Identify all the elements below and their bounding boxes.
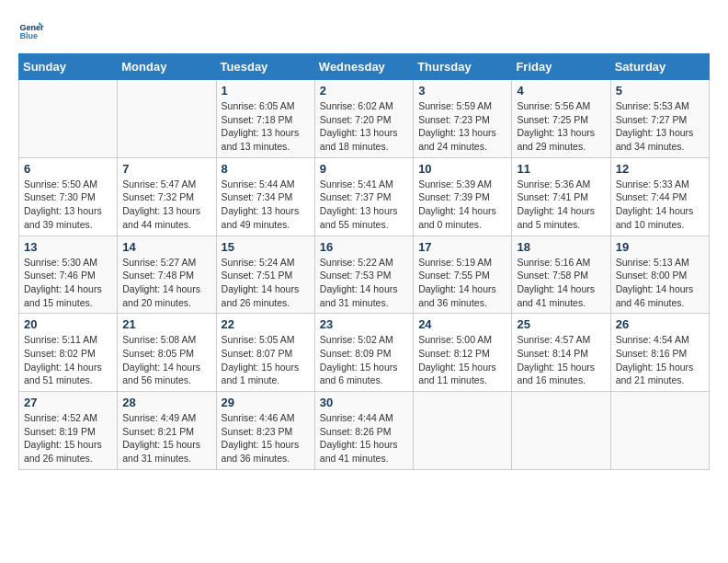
day-number: 21 <box>122 317 210 331</box>
day-number: 18 <box>517 240 605 254</box>
calendar-week-3: 13Sunrise: 5:30 AMSunset: 7:46 PMDayligh… <box>19 236 710 314</box>
day-info: Sunrise: 4:52 AMSunset: 8:19 PMDaylight:… <box>24 411 112 465</box>
day-number: 19 <box>616 240 704 254</box>
day-header-sunday: Sunday <box>19 54 118 80</box>
calendar-cell: 11Sunrise: 5:36 AMSunset: 7:41 PMDayligh… <box>512 157 610 236</box>
day-number: 23 <box>320 317 408 331</box>
day-number: 15 <box>222 240 310 254</box>
calendar-cell <box>19 80 118 158</box>
day-number: 1 <box>222 84 310 98</box>
calendar-cell <box>512 392 610 470</box>
calendar-cell: 2Sunrise: 6:02 AMSunset: 7:20 PMDaylight… <box>314 80 413 158</box>
day-info: Sunrise: 4:49 AMSunset: 8:21 PMDaylight:… <box>122 411 210 465</box>
calendar-cell: 30Sunrise: 4:44 AMSunset: 8:26 PMDayligh… <box>314 392 413 470</box>
calendar-cell: 4Sunrise: 5:56 AMSunset: 7:25 PMDaylight… <box>512 80 610 158</box>
day-number: 28 <box>122 396 210 409</box>
day-info: Sunrise: 5:30 AMSunset: 7:46 PMDaylight:… <box>24 256 112 310</box>
day-number: 12 <box>616 162 704 176</box>
day-info: Sunrise: 5:33 AMSunset: 7:44 PMDaylight:… <box>616 178 704 232</box>
calendar-cell: 15Sunrise: 5:24 AMSunset: 7:51 PMDayligh… <box>216 236 314 314</box>
day-number: 3 <box>418 84 506 98</box>
day-number: 17 <box>418 240 506 254</box>
day-number: 16 <box>320 240 408 254</box>
calendar-cell <box>118 80 216 158</box>
day-info: Sunrise: 5:11 AMSunset: 8:02 PMDaylight:… <box>24 333 112 387</box>
day-number: 29 <box>222 396 310 409</box>
calendar-cell: 3Sunrise: 5:59 AMSunset: 7:23 PMDaylight… <box>414 80 512 158</box>
day-number: 24 <box>418 317 506 331</box>
calendar-cell: 23Sunrise: 5:02 AMSunset: 8:09 PMDayligh… <box>314 314 413 392</box>
calendar-cell: 6Sunrise: 5:50 AMSunset: 7:30 PMDaylight… <box>19 157 118 236</box>
calendar-cell: 9Sunrise: 5:41 AMSunset: 7:37 PMDaylight… <box>314 157 413 236</box>
calendar-cell: 20Sunrise: 5:11 AMSunset: 8:02 PMDayligh… <box>19 314 118 392</box>
day-info: Sunrise: 5:41 AMSunset: 7:37 PMDaylight:… <box>320 178 408 232</box>
day-info: Sunrise: 5:16 AMSunset: 7:58 PMDaylight:… <box>517 256 605 310</box>
calendar-cell: 19Sunrise: 5:13 AMSunset: 8:00 PMDayligh… <box>610 236 709 314</box>
day-header-wednesday: Wednesday <box>314 54 413 80</box>
calendar-cell: 1Sunrise: 6:05 AMSunset: 7:18 PMDaylight… <box>216 80 314 158</box>
day-info: Sunrise: 5:08 AMSunset: 8:05 PMDaylight:… <box>122 333 210 387</box>
day-info: Sunrise: 5:00 AMSunset: 8:12 PMDaylight:… <box>418 333 506 387</box>
calendar-cell: 10Sunrise: 5:39 AMSunset: 7:39 PMDayligh… <box>414 157 512 236</box>
calendar-cell: 27Sunrise: 4:52 AMSunset: 8:19 PMDayligh… <box>19 392 118 470</box>
day-info: Sunrise: 5:36 AMSunset: 7:41 PMDaylight:… <box>517 178 605 232</box>
day-header-saturday: Saturday <box>610 54 709 80</box>
day-info: Sunrise: 5:44 AMSunset: 7:34 PMDaylight:… <box>222 178 310 232</box>
header: General Blue <box>18 18 710 44</box>
calendar-cell <box>610 392 709 470</box>
calendar-cell: 28Sunrise: 4:49 AMSunset: 8:21 PMDayligh… <box>118 392 216 470</box>
day-info: Sunrise: 6:05 AMSunset: 7:18 PMDaylight:… <box>222 99 310 154</box>
day-number: 30 <box>320 396 408 409</box>
calendar-cell <box>414 392 512 470</box>
calendar-cell: 13Sunrise: 5:30 AMSunset: 7:46 PMDayligh… <box>19 236 118 314</box>
day-number: 2 <box>320 84 408 98</box>
calendar-week-1: 1Sunrise: 6:05 AMSunset: 7:18 PMDaylight… <box>19 80 710 158</box>
day-info: Sunrise: 6:02 AMSunset: 7:20 PMDaylight:… <box>320 99 408 154</box>
calendar-cell: 12Sunrise: 5:33 AMSunset: 7:44 PMDayligh… <box>610 157 709 236</box>
calendar-cell: 8Sunrise: 5:44 AMSunset: 7:34 PMDaylight… <box>216 157 314 236</box>
day-info: Sunrise: 5:27 AMSunset: 7:48 PMDaylight:… <box>122 256 210 310</box>
day-number: 13 <box>24 240 112 254</box>
calendar-cell: 16Sunrise: 5:22 AMSunset: 7:53 PMDayligh… <box>314 236 413 314</box>
day-info: Sunrise: 4:57 AMSunset: 8:14 PMDaylight:… <box>517 333 605 387</box>
day-number: 4 <box>517 84 605 98</box>
day-info: Sunrise: 5:13 AMSunset: 8:00 PMDaylight:… <box>616 256 704 310</box>
calendar-cell: 21Sunrise: 5:08 AMSunset: 8:05 PMDayligh… <box>118 314 216 392</box>
day-header-monday: Monday <box>118 54 216 80</box>
day-header-tuesday: Tuesday <box>216 54 314 80</box>
day-info: Sunrise: 5:59 AMSunset: 7:23 PMDaylight:… <box>418 99 506 154</box>
calendar-cell: 14Sunrise: 5:27 AMSunset: 7:48 PMDayligh… <box>118 236 216 314</box>
calendar-cell: 18Sunrise: 5:16 AMSunset: 7:58 PMDayligh… <box>512 236 610 314</box>
calendar-cell: 17Sunrise: 5:19 AMSunset: 7:55 PMDayligh… <box>414 236 512 314</box>
day-info: Sunrise: 5:24 AMSunset: 7:51 PMDaylight:… <box>222 256 310 310</box>
calendar-cell: 5Sunrise: 5:53 AMSunset: 7:27 PMDaylight… <box>610 80 709 158</box>
day-info: Sunrise: 5:50 AMSunset: 7:30 PMDaylight:… <box>24 178 112 232</box>
day-number: 6 <box>24 162 112 176</box>
day-number: 26 <box>616 317 704 331</box>
day-number: 5 <box>616 84 704 98</box>
calendar-cell: 25Sunrise: 4:57 AMSunset: 8:14 PMDayligh… <box>512 314 610 392</box>
day-number: 14 <box>122 240 210 254</box>
day-number: 20 <box>24 317 112 331</box>
day-header-friday: Friday <box>512 54 610 80</box>
day-info: Sunrise: 5:39 AMSunset: 7:39 PMDaylight:… <box>418 178 506 232</box>
day-number: 11 <box>517 162 605 176</box>
calendar-cell: 24Sunrise: 5:00 AMSunset: 8:12 PMDayligh… <box>414 314 512 392</box>
calendar-cell: 26Sunrise: 4:54 AMSunset: 8:16 PMDayligh… <box>610 314 709 392</box>
calendar-week-4: 20Sunrise: 5:11 AMSunset: 8:02 PMDayligh… <box>19 314 710 392</box>
calendar-table: SundayMondayTuesdayWednesdayThursdayFrid… <box>18 53 710 470</box>
day-info: Sunrise: 5:19 AMSunset: 7:55 PMDaylight:… <box>418 256 506 310</box>
calendar-cell: 7Sunrise: 5:47 AMSunset: 7:32 PMDaylight… <box>118 157 216 236</box>
calendar-week-2: 6Sunrise: 5:50 AMSunset: 7:30 PMDaylight… <box>19 157 710 236</box>
day-info: Sunrise: 4:46 AMSunset: 8:23 PMDaylight:… <box>222 411 310 465</box>
day-info: Sunrise: 5:53 AMSunset: 7:27 PMDaylight:… <box>616 99 704 154</box>
calendar-cell: 29Sunrise: 4:46 AMSunset: 8:23 PMDayligh… <box>216 392 314 470</box>
day-number: 8 <box>222 162 310 176</box>
day-number: 25 <box>517 317 605 331</box>
day-number: 7 <box>122 162 210 176</box>
days-header-row: SundayMondayTuesdayWednesdayThursdayFrid… <box>19 54 710 80</box>
day-info: Sunrise: 5:05 AMSunset: 8:07 PMDaylight:… <box>222 333 310 387</box>
logo: General Blue <box>18 18 48 44</box>
day-info: Sunrise: 5:47 AMSunset: 7:32 PMDaylight:… <box>122 178 210 232</box>
day-info: Sunrise: 5:56 AMSunset: 7:25 PMDaylight:… <box>517 99 605 154</box>
